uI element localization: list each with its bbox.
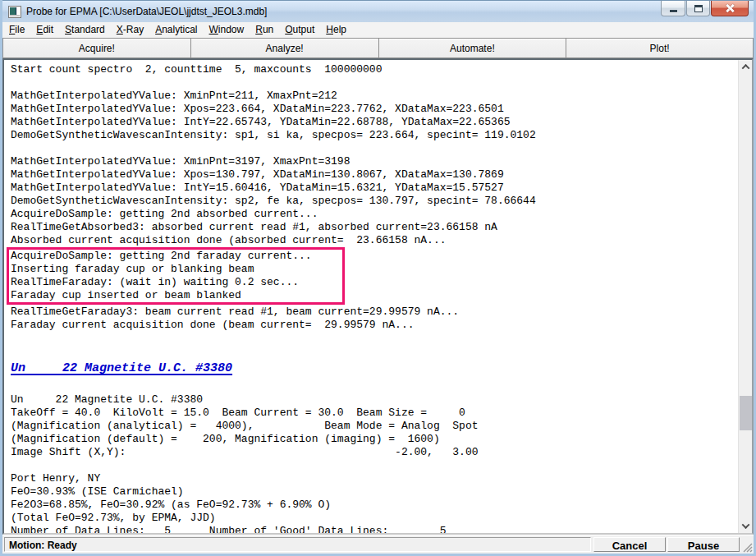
cancel-button[interactable]: Cancel bbox=[593, 537, 666, 552]
menu-bar: FileEditStandardX-RayAnalyticalWindowRun… bbox=[2, 22, 754, 38]
log-line: TakeOff = 40.0 KiloVolt = 15.0 Beam Curr… bbox=[11, 407, 738, 420]
log-line: Start count spectro 2, counttime 5, maxc… bbox=[11, 63, 738, 76]
menu-item-analytical[interactable]: Analytical bbox=[149, 22, 203, 38]
log-line bbox=[11, 380, 738, 393]
title-bar: Probe for EPMA [C:\UserData\JEOL\jjdtst_… bbox=[2, 0, 754, 22]
vertical-scrollbar[interactable] bbox=[738, 60, 752, 533]
log-line: FeO=30.93% (ISE Carmichael) bbox=[11, 485, 738, 499]
menu-item-window[interactable]: Window bbox=[204, 22, 250, 38]
scroll-up-button[interactable] bbox=[739, 60, 753, 74]
analyze-button[interactable]: Analyze! bbox=[190, 38, 378, 58]
maximize-icon bbox=[694, 5, 703, 12]
close-icon bbox=[725, 4, 735, 12]
log-line: Faraday cup inserted or beam blanked bbox=[11, 289, 342, 302]
menu-item-help[interactable]: Help bbox=[320, 22, 352, 38]
log-line: Port Henry, NY bbox=[11, 472, 738, 485]
log-line: (Magnification (analytical) = 4000), Bea… bbox=[11, 420, 738, 433]
log-line: MathGetInterpolatedYValue: Xpos=130.797,… bbox=[11, 168, 738, 182]
log-line: AcquireDoSample: getting 2nd absorbed cu… bbox=[11, 208, 738, 221]
log-line bbox=[11, 332, 738, 345]
log-line: Fe2O3=68.85%, FeO=30.92% (as FeO=92.73% … bbox=[11, 499, 738, 512]
acquire-button[interactable]: Acquire! bbox=[2, 38, 190, 58]
chevron-down-icon bbox=[742, 521, 750, 529]
menu-item-file[interactable]: File bbox=[3, 22, 30, 38]
log-line: MathGetInterpolatedYValue: XminPnt=3197,… bbox=[11, 155, 738, 168]
toolbar: Acquire!Analyze!Automate!Plot! bbox=[2, 38, 754, 58]
menu-item-output[interactable]: Output bbox=[279, 22, 320, 38]
window-title: Probe for EPMA [C:\UserData\JEOL\jjdtst_… bbox=[26, 6, 267, 17]
resize-grip[interactable] bbox=[740, 535, 754, 554]
chevron-up-icon bbox=[742, 64, 750, 72]
close-button[interactable] bbox=[711, 1, 749, 16]
log-line: MathGetInterpolatedYValue: XminPnt=211, … bbox=[11, 90, 738, 103]
scrollbar-thumb[interactable] bbox=[740, 396, 752, 430]
minimize-icon bbox=[670, 10, 677, 12]
log-line: DemoGetSyntheticWavescanIntensity: sp1, … bbox=[11, 129, 738, 142]
maximize-button[interactable] bbox=[686, 1, 710, 16]
menu-item-edit[interactable]: Edit bbox=[30, 22, 59, 38]
menu-item-standard[interactable]: Standard bbox=[59, 22, 111, 38]
log-line: RealTimeGetAbsorbed3: absorbed current r… bbox=[11, 221, 738, 234]
log-line: AcquireDoSample: getting 2nd faraday cur… bbox=[11, 250, 342, 263]
highlight-annotation-box: AcquireDoSample: getting 2nd faraday cur… bbox=[7, 247, 345, 305]
log-content: Start count spectro 2, counttime 5, maxc… bbox=[4, 60, 738, 533]
minimize-button[interactable] bbox=[661, 1, 685, 16]
log-line: MathGetInterpolatedYValue: IntY=15.60416… bbox=[11, 182, 738, 195]
log-area[interactable]: Start count spectro 2, counttime 5, maxc… bbox=[2, 58, 754, 535]
log-line: Inserting faraday cup or blanking beam bbox=[11, 263, 342, 276]
log-line: (Magnification (default) = 200, Magnific… bbox=[11, 433, 738, 446]
log-line: Number of Data Lines: 5 Number of 'Good'… bbox=[11, 525, 738, 533]
scroll-down-button[interactable] bbox=[739, 519, 753, 533]
log-line: Absorbed current acquisition done (absor… bbox=[11, 234, 738, 247]
app-window: Probe for EPMA [C:\UserData\JEOL\jjdtst_… bbox=[0, 0, 756, 556]
log-line: Un 22 Magnetite U.C. #3380 bbox=[11, 393, 738, 407]
pause-button[interactable]: Pause bbox=[667, 537, 740, 552]
app-icon bbox=[8, 6, 21, 18]
log-line: RealTimeGetFaraday3: beam current read #… bbox=[11, 306, 738, 319]
status-bar: Motion: Ready CancelPause bbox=[2, 535, 754, 554]
log-line: Faraday current acquisition done (beam c… bbox=[11, 319, 738, 332]
window-controls bbox=[660, 1, 749, 16]
status-buttons: CancelPause bbox=[593, 535, 740, 554]
automate-button[interactable]: Automate! bbox=[378, 38, 566, 58]
log-line bbox=[11, 459, 738, 472]
menu-item-x-ray[interactable]: X-Ray bbox=[111, 22, 149, 38]
log-line: RealTimeFaraday: (wait in) waiting 0.2 s… bbox=[11, 276, 342, 289]
menu-item-run[interactable]: Run bbox=[250, 22, 279, 38]
log-line bbox=[11, 142, 738, 155]
log-line: MathGetInterpolatedYValue: Xpos=223.664,… bbox=[11, 103, 738, 116]
log-line bbox=[11, 345, 738, 358]
log-line: MathGetInterpolatedYValue: IntY=22.65743… bbox=[11, 116, 738, 129]
log-line: (Total FeO=92.73%, by EPMA, JJD) bbox=[11, 512, 738, 525]
plot-button[interactable]: Plot! bbox=[566, 38, 754, 58]
status-text: Motion: Ready bbox=[4, 537, 591, 552]
log-line: Image Shift (X,Y): -2.00, 3.00 bbox=[11, 446, 738, 459]
log-line bbox=[11, 76, 738, 90]
log-line: DemoGetSyntheticWavescanIntensity: sp2, … bbox=[11, 195, 738, 208]
log-heading: Un 22 Magnetite U.C. #3380 bbox=[11, 358, 738, 380]
